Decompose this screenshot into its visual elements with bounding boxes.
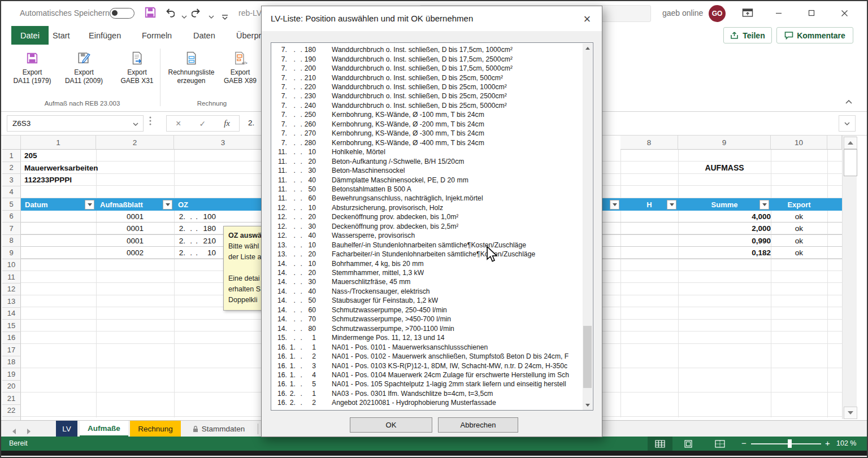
zoom-in-icon[interactable]: + [825,438,830,448]
cell-summe[interactable]: 0,182 [678,247,775,259]
row-header-12[interactable]: 12 [2,283,21,296]
tab-formeln[interactable]: Formeln [140,26,174,45]
listbox-scrollbar[interactable] [583,43,592,410]
row-header-6[interactable]: 6 [2,211,21,223]
zoom-slider-track[interactable] [751,443,821,444]
row-header-8[interactable]: 8 [2,235,21,247]
redo-icon[interactable] [190,6,203,19]
lv-list-item[interactable]: 13...20Facharbeiter/-in Stundenlohnarbei… [271,250,593,259]
lv-list-item[interactable]: 14...40Nass-/Trockensauger, elektrisch [271,287,593,296]
column-header-8[interactable]: 8 [620,136,678,150]
row-header-3[interactable]: 3 [2,174,21,186]
row-header-15[interactable]: 15 [2,320,21,332]
row-header-9[interactable]: 9 [2,247,21,259]
lv-list-item[interactable]: 7...260Kernbohrung, KS-Wände, Ø -200 mm,… [271,120,593,129]
expand-formula-bar-button[interactable] [839,115,856,132]
cell-aufmassblatt[interactable]: 0001 [96,223,174,235]
row-header-20[interactable]: 20 [2,381,21,393]
formula-bar-dots-icon[interactable] [149,116,151,125]
row-header-11[interactable]: 11 [2,271,21,283]
scroll-down-icon[interactable] [844,407,857,419]
cell-aufmassblatt[interactable]: 0002 [96,247,174,259]
column-header-3[interactable]: 3 [174,136,272,150]
column-header-2[interactable]: 2 [96,136,174,150]
listbox-scroll-thumb[interactable] [583,326,592,388]
minimize-button[interactable] [771,6,787,20]
select-all-corner[interactable] [2,136,21,150]
name-box-chevron-icon[interactable] [133,123,138,126]
lv-list-item[interactable]: 12...10Absturzsicherung, provisorisch, H… [271,203,593,212]
row-header-10[interactable]: 10 [2,259,21,272]
lv-list-item[interactable]: 7...190Wanddurchbruch o. Inst. schließen… [271,54,593,63]
ok-button[interactable]: OK [350,417,432,433]
lv-list-item[interactable]: 7...220Wanddurchbruch o. Inst. schließen… [271,82,593,91]
listbox-scroll-up-icon[interactable] [583,43,592,53]
dialog-close-icon[interactable]: × [577,11,597,28]
lv-list-item[interactable]: 15...1Mindermenge Pos. 11, 12, 13 und 14 [271,333,593,342]
autosave-toggle[interactable] [110,8,134,19]
column-header-10[interactable]: 10 [771,136,827,150]
cell-aufmass[interactable]: AUFMASS [678,162,771,175]
row-header-4[interactable]: 4 [2,186,21,199]
lv-list-item[interactable]: 16.1..3NA01 - Pos. 0103 KS-R(P)12-1, 8DM… [271,361,593,370]
row-header-21[interactable]: 21 [2,392,21,405]
cancel-button[interactable]: Abbrechen [438,417,518,433]
formula-content[interactable]: 2. [248,119,254,127]
undo-chevron-icon[interactable] [177,10,191,24]
customize-qat-icon[interactable] [218,10,232,24]
normal-view-icon[interactable] [648,437,672,451]
undo-icon[interactable] [163,6,176,19]
table-header-summe[interactable]: Summe [678,198,771,211]
row-header-7[interactable]: 7 [2,223,21,235]
cell-summe[interactable]: 0,990 [678,235,775,247]
lv-list-item[interactable]: 14...70Schmutzwasserpumpe, >450-700 l/mi… [271,315,593,324]
lv-list-item[interactable]: 7...270Kernbohrung, KS-Wände, Ø -300 mm,… [271,129,593,138]
sheet-nav-left-icon[interactable] [12,426,16,437]
lv-list-item[interactable]: 11...10Hohlkehle, Mörtel [271,147,593,156]
filter-icon[interactable] [667,200,676,210]
collapse-ribbon-icon[interactable] [845,100,852,104]
ribbon-button-rechnungsliste-erzeugen[interactable]: Rechnungslisteerzeugen [164,48,219,97]
table-header-export[interactable]: Export [771,198,827,211]
tab-start[interactable]: Start [50,26,72,45]
cell-oz[interactable]: 2...100 [174,211,268,223]
filter-icon[interactable] [85,200,94,210]
maximize-button[interactable] [804,6,819,20]
dialog-titlebar[interactable]: LV-Liste: Position auswählen und mit OK … [262,6,602,31]
sheet-tab-lv[interactable]: LV [56,421,77,437]
lv-list-item[interactable]: 14...50Staubsauger für Feinstaub, 1,2 kW [271,296,593,305]
zoom-level[interactable]: 102 % [836,439,856,447]
lv-list-item[interactable]: 12...20Deckenöffnung prov. abdecken, bis… [271,212,593,221]
filter-icon[interactable] [163,200,172,210]
row-header-2[interactable]: 2 [2,162,21,175]
cell-r1c1[interactable]: 205 [24,150,37,162]
sheet-tab-stammdaten[interactable]: Stammdaten [183,421,254,437]
lv-list-item[interactable]: 7...250Kernbohrung, KS-Wände, Ø -100 mm,… [271,110,593,119]
ribbon-button-export-gaeb-x89[interactable]: </>ExportGAEB X89 [220,48,260,97]
cell-r2c1[interactable]: Mauerwerksarbeiten [24,162,98,175]
save-icon[interactable] [144,6,157,19]
listbox-scroll-down-icon[interactable] [583,400,592,410]
cell-export[interactable]: ok [771,247,827,259]
lv-list-item[interactable]: 11...20Beton-Aufkantung /-Schwelle, B/H … [271,156,593,165]
tab-daten[interactable]: Daten [191,26,218,45]
lv-list-item[interactable]: 16.1..1NA01 - Pos. 0101 - Mauerwerksansc… [271,342,593,351]
cell-summe[interactable]: 2,000 [678,223,775,235]
lv-list-item[interactable]: 13...10Bauhelfer/-in Stundenlohnarbeiten… [271,240,593,249]
comments-button[interactable]: Kommentare [776,27,853,43]
insert-function-icon[interactable]: fx [224,119,230,128]
lv-listbox[interactable]: 7...180Wanddurchbruch o. Inst. schließen… [271,42,593,411]
lv-list-item[interactable]: 14...60Schmutzwasserpumpe, 250-450 l/min [271,306,593,315]
tab-datei[interactable]: Datei [11,26,49,45]
zoom-slider-thumb[interactable] [788,439,792,448]
lv-list-item[interactable]: 14...80Schmutzwasserpumpe, >700-1100 l/m… [271,324,593,333]
filter-icon[interactable] [760,200,769,210]
page-break-view-icon[interactable] [708,437,732,451]
lv-list-item[interactable]: 7...200Wanddurchbruch o. Inst. schließen… [271,64,593,73]
row-header-18[interactable]: 18 [2,356,21,369]
cell-r3c1[interactable]: 112233PPPPI [24,174,72,186]
lv-list-item[interactable]: 14...30Mauerschlitzfräse, 45 mm [271,277,593,286]
sheet-tab-aufmasse[interactable]: Aufmaße [80,421,128,437]
redo-chevron-icon[interactable] [205,10,218,24]
lv-list-item[interactable]: 7...230Wanddurchbruch o. Inst. schließen… [271,91,593,101]
